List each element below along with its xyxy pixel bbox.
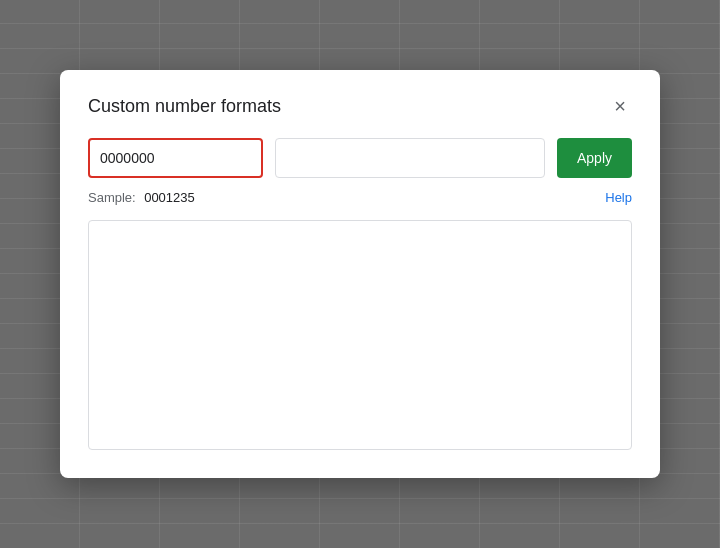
formats-list[interactable] — [88, 220, 632, 450]
dialog-header: Custom number formats × — [88, 94, 632, 118]
input-row: Apply — [88, 138, 632, 178]
format-input-secondary[interactable] — [275, 138, 545, 178]
apply-button[interactable]: Apply — [557, 138, 632, 178]
format-input-primary[interactable] — [88, 138, 263, 178]
sample-value: 0001235 — [144, 190, 195, 205]
sample-row: Sample: 0001235 Help — [88, 188, 632, 206]
sample-label-text: Sample: — [88, 190, 136, 205]
help-link[interactable]: Help — [605, 190, 632, 205]
dialog-title: Custom number formats — [88, 96, 281, 117]
dialog: Custom number formats × Apply Sample: 00… — [60, 70, 660, 478]
close-button[interactable]: × — [608, 94, 632, 118]
sample-label: Sample: 0001235 — [88, 188, 195, 206]
